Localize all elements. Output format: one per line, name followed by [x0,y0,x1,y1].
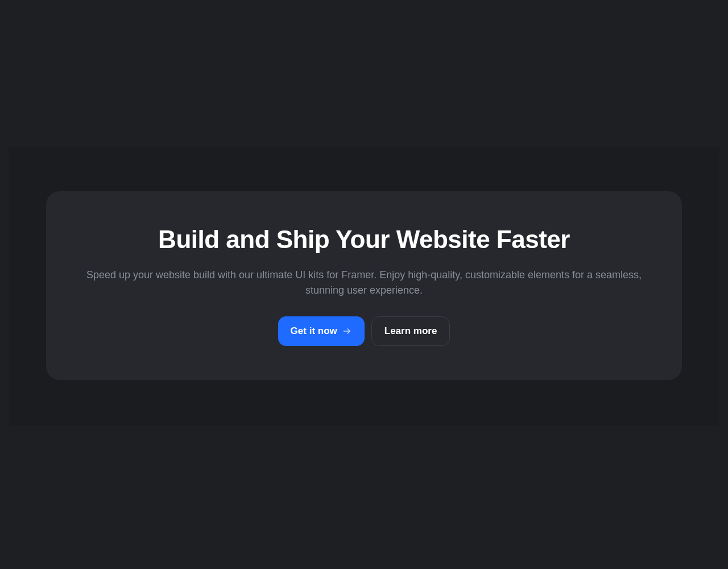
hero-heading: Build and Ship Your Website Faster [158,225,570,254]
primary-button-label: Get it now [291,325,337,337]
hero-buttons: Get it now Learn more [278,316,450,346]
learn-more-button[interactable]: Learn more [371,316,450,346]
arrow-right-icon [342,326,352,336]
hero-subheading: Speed up your website build with our ult… [80,267,648,298]
secondary-button-label: Learn more [384,325,437,337]
get-it-now-button[interactable]: Get it now [278,316,365,346]
hero-card: Build and Ship Your Website Faster Speed… [46,191,682,381]
